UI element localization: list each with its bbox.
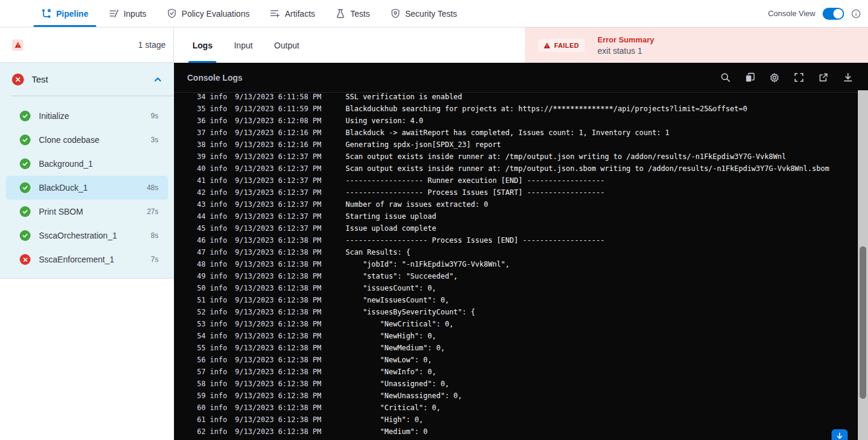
log-timestamp: 9/13/2023 6:12:37 PM [235,175,346,187]
log-level: info [206,93,235,103]
scroll-to-bottom-button[interactable] [832,429,848,440]
log-line-35: 35info9/13/2023 6:11:59 PMBlackduckhub s… [174,103,858,115]
fullscreen-icon[interactable] [794,72,804,82]
log-message: "NewMedium": 0, [346,342,858,354]
search-icon[interactable] [720,72,731,82]
log-line-36: 36info9/13/2023 6:12:08 PMUsing version:… [174,115,858,127]
step-item-print-sbom[interactable]: Print SBOM27s [6,200,168,224]
step-name: SscaOrchestration_1 [39,231,117,240]
log-tab-bar: LogsInputOutput [174,28,525,63]
step-name: Clone codebase [39,135,99,145]
stage-name: Test [32,74,48,84]
nav-tab-security-tests[interactable]: Security Tests [383,0,465,27]
log-line-56: 56info9/13/2023 6:12:38 PM "NewLow": 0, [174,354,858,366]
nav-tab-tests[interactable]: Tests [328,0,378,27]
download-icon[interactable] [843,72,853,82]
log-line-54: 54info9/13/2023 6:12:38 PM "NewHigh": 0, [174,330,858,342]
scrollbar-thumb[interactable] [860,246,866,399]
log-line-38: 38info9/13/2023 6:12:16 PMGenerating spd… [174,139,858,151]
log-line-number: 55 [195,342,206,354]
log-line-number: 52 [195,306,206,318]
execution-sidebar: Test Initialize9sClone codebase3sBackgro… [0,63,174,440]
tab-output[interactable]: Output [270,28,304,63]
success-check-icon [20,158,30,169]
log-message: Scan output exists inside runner at: /tm… [346,163,858,175]
log-message: "NewUnassigned": 0, [346,390,858,402]
log-level: info [206,378,235,390]
nav-tab-label: Policy Evaluations [182,9,250,19]
console-view-toggle[interactable] [823,8,844,20]
console-title: Console Logs [187,73,243,82]
step-name: Initialize [39,111,69,121]
log-timestamp: 9/13/2023 6:12:38 PM [235,282,346,294]
log-message: Blackduck -> awaitReport has completed, … [346,127,858,139]
log-timestamp: 9/13/2023 6:11:59 PM [235,103,346,115]
top-navigation: PipelineInputsPolicy EvaluationsArtifact… [0,0,868,28]
copy-icon[interactable] [745,72,755,82]
step-item-initialize[interactable]: Initialize9s [6,104,168,128]
log-message: "status": "Succeeded", [346,270,858,282]
log-line-number: 41 [195,175,206,187]
log-message: "Critical": 0, [346,402,858,414]
log-level: info [206,282,235,294]
log-message: SSL verification is enabled [346,93,858,103]
step-item-sscaorchestration-1[interactable]: SscaOrchestration_18s [6,224,168,248]
settings-icon[interactable] [769,72,780,82]
step-item-sscaenforcement-1[interactable]: SscaEnforcement_17s [6,248,168,271]
step-name: Background_1 [39,159,93,169]
failed-badge: FAILED [538,39,585,52]
log-line-number: 57 [195,366,206,378]
log-line-number: 56 [195,354,206,366]
pipeline-nav-tabs: PipelineInputsPolicy EvaluationsArtifact… [33,0,465,27]
nav-tab-artifacts[interactable]: Artifacts [262,0,323,27]
step-item-background-1[interactable]: Background_1 [6,152,168,176]
stage-count: 1 stage [138,40,166,50]
log-line-49: 49info9/13/2023 6:12:38 PM "status": "Su… [174,270,858,282]
open-in-new-icon[interactable] [818,72,829,82]
log-message: "NewCritical": 0, [346,318,858,330]
policy-icon [167,8,177,19]
log-line-number: 34 [195,93,206,103]
log-message: "newIssuesCount": 0, [346,294,858,306]
log-timestamp: 9/13/2023 6:12:08 PM [235,115,346,127]
nav-tab-pipeline[interactable]: Pipeline [33,0,96,27]
log-timestamp: 9/13/2023 6:11:58 PM [235,93,346,103]
log-line-60: 60info9/13/2023 6:12:38 PM "Critical": 0… [174,402,858,414]
log-timestamp: 9/13/2023 6:12:38 PM [235,294,346,306]
success-check-icon [20,111,30,121]
tab-logs[interactable]: Logs [188,28,216,63]
log-message: "NewInfo": 0, [346,366,858,378]
step-duration: 27s [147,207,158,216]
log-message: "High": 0, [346,414,858,426]
log-line-number: 54 [195,330,206,342]
log-level: info [206,294,235,306]
error-summary-message: exit status 1 [598,46,655,56]
step-name: SscaEnforcement_1 [39,255,114,264]
log-timestamp: 9/13/2023 6:12:37 PM [235,151,346,163]
log-line-42: 42info9/13/2023 6:12:37 PM--------------… [174,187,858,198]
log-message: "Medium": 0 [346,426,858,438]
chevron-up-icon[interactable] [154,75,162,84]
log-viewport[interactable]: 34info9/13/2023 6:11:58 PMSSL verificati… [174,93,858,440]
step-item-blackduck-1[interactable]: BlackDuck_148s [6,176,168,200]
step-list: Initialize9sClone codebase3sBackground_1… [0,96,174,271]
log-line-50: 50info9/13/2023 6:12:38 PM "issuesCount"… [174,282,858,294]
log-line-number: 46 [195,234,206,246]
log-timestamp: 9/13/2023 6:12:38 PM [235,318,346,330]
subheader-row: 1 stage LogsInputOutput FAILED Error Sum… [0,28,868,63]
log-timestamp: 9/13/2023 6:12:38 PM [235,402,346,414]
step-item-clone-codebase[interactable]: Clone codebase3s [6,128,168,152]
log-timestamp: 9/13/2023 6:12:38 PM [235,270,346,282]
log-line-57: 57info9/13/2023 6:12:38 PM "NewInfo": 0, [174,366,858,378]
step-name: Print SBOM [39,207,83,216]
nav-tab-policy-evaluations[interactable]: Policy Evaluations [159,0,258,27]
nav-tab-inputs[interactable]: Inputs [101,0,154,27]
log-line-number: 37 [195,127,206,139]
step-duration: 9s [151,112,158,120]
tab-input[interactable]: Input [230,28,256,63]
stage-header[interactable]: Test [0,63,174,96]
stage-panel: Test Initialize9sClone codebase3sBackgro… [0,63,174,279]
console-scrollbar[interactable] [858,90,868,440]
info-icon[interactable] [851,9,861,19]
log-line-number: 44 [195,210,206,222]
